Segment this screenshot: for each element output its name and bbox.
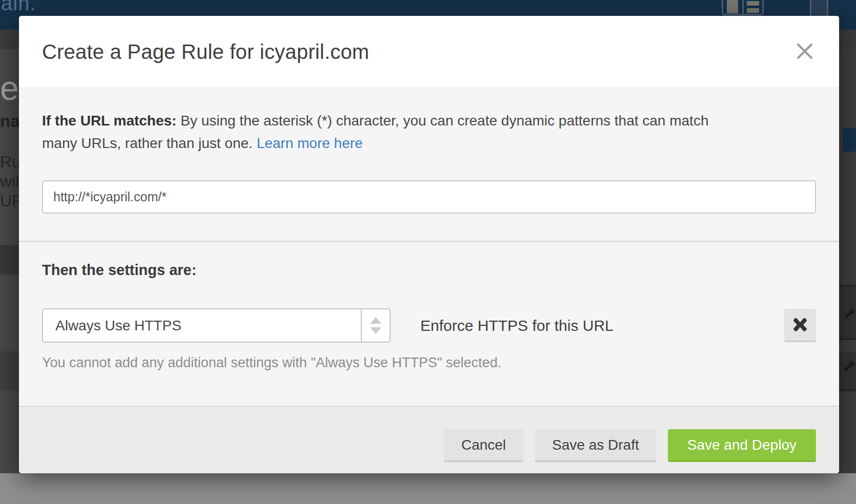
wrench-icon [843, 360, 856, 375]
view-toggle-icon [722, 0, 764, 15]
chevron-up-icon [370, 317, 381, 324]
setting-row: Always Use HTTPS Enforce HTTPS for this … [42, 308, 816, 343]
remove-setting-button[interactable] [784, 309, 816, 342]
background-right-column [838, 49, 856, 473]
setting-note: You cannot add any additional settings w… [42, 355, 816, 371]
background-page-bottom [0, 473, 856, 504]
select-spinner-icon [361, 309, 390, 342]
background-blue-button-fragment [843, 128, 856, 152]
wrench-icon [843, 307, 856, 323]
close-button[interactable] [795, 41, 814, 61]
close-icon [796, 43, 813, 60]
create-page-rule-modal: Create a Page Rule for icyapril.com If t… [19, 16, 839, 473]
url-match-label: If the URL matches: [42, 113, 176, 129]
background-domain-text-fragment: ain. [1, 0, 36, 15]
save-as-draft-button[interactable]: Save as Draft [535, 429, 657, 462]
setting-select-value: Always Use HTTPS [43, 309, 361, 342]
save-and-deploy-button[interactable]: Save and Deploy [668, 429, 816, 462]
x-icon [792, 317, 808, 332]
modal-header: Create a Page Rule for icyapril.com [19, 16, 839, 88]
chevron-down-icon [370, 327, 381, 334]
modal-footer: Cancel Save as Draft Save and Deploy [19, 406, 839, 473]
page-title: Create a Page Rule for icyapril.com [42, 40, 369, 64]
settings-heading: Then the settings are: [42, 242, 816, 279]
cancel-button[interactable]: Cancel [444, 429, 523, 462]
url-match-description: If the URL matches: By using the asteris… [42, 88, 816, 155]
background-heading-fragment: e [0, 69, 19, 108]
settings-section: Then the settings are: Always Use HTTPS … [19, 242, 839, 406]
setting-description: Enforce HTTPS for this URL [420, 308, 614, 343]
setting-select[interactable]: Always Use HTTPS [42, 308, 391, 343]
background-text-fragment: Ru [0, 153, 21, 172]
url-pattern-input[interactable] [42, 180, 816, 214]
url-match-section: If the URL matches: By using the asteris… [19, 88, 839, 241]
learn-more-link[interactable]: Learn more here [257, 135, 363, 151]
